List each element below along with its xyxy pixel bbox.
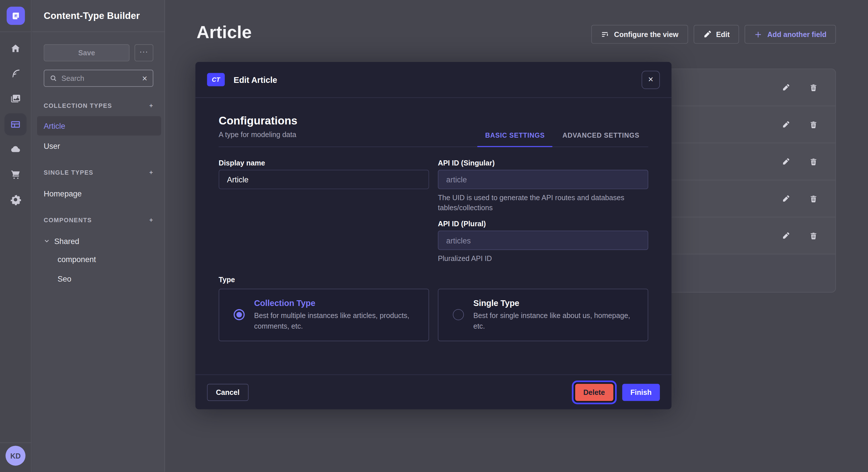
- save-button[interactable]: Save: [43, 44, 129, 61]
- search-input[interactable]: [61, 74, 137, 82]
- plugin-header: Content-Type Builder: [32, 0, 165, 32]
- page-title: Article: [197, 22, 252, 42]
- content-type-badge: CT: [207, 73, 225, 86]
- row-delete-icon[interactable]: [806, 191, 820, 206]
- row-edit-icon[interactable]: [778, 154, 793, 169]
- type-label: Type: [219, 275, 648, 283]
- more-options-button[interactable]: ···: [135, 44, 154, 61]
- radio-unselected-icon[interactable]: [453, 309, 464, 320]
- marketplace-cart-icon[interactable]: [4, 163, 26, 185]
- row-edit-icon[interactable]: [778, 117, 793, 132]
- row-edit-icon[interactable]: [778, 80, 793, 95]
- settings-gear-icon[interactable]: [4, 189, 26, 211]
- radio-selected-icon[interactable]: [234, 309, 245, 320]
- row-delete-icon[interactable]: [806, 229, 820, 243]
- strapi-logo-icon[interactable]: [7, 7, 25, 25]
- finish-button[interactable]: Finish: [622, 383, 660, 401]
- edit-button[interactable]: Edit: [693, 25, 739, 44]
- sidebar-item-user[interactable]: User: [37, 136, 161, 156]
- sidebar-item-article[interactable]: Article: [37, 116, 161, 136]
- home-icon[interactable]: [4, 38, 26, 60]
- api-id-plural-label: API ID (Plural): [438, 220, 648, 228]
- settings-tabs: BASIC SETTINGS ADVANCED SETTINGS: [476, 132, 648, 146]
- sidebar-item-component[interactable]: component: [37, 249, 161, 269]
- single-type-option[interactable]: Single Type Best for single instance lik…: [438, 289, 648, 341]
- cloud-icon[interactable]: [4, 138, 26, 160]
- sidebar-item-seo[interactable]: Seo: [37, 269, 161, 288]
- search-clear-icon[interactable]: ×: [142, 74, 147, 82]
- add-another-field-button[interactable]: Add another field: [745, 25, 836, 44]
- configure-view-icon: [601, 30, 609, 38]
- tab-basic-settings[interactable]: BASIC SETTINGS: [476, 132, 553, 146]
- row-delete-icon[interactable]: [806, 80, 820, 95]
- api-id-singular-hint: The UID is used to generate the API rout…: [438, 193, 648, 212]
- rail-header-border: [0, 32, 32, 32]
- row-delete-icon[interactable]: [806, 117, 820, 132]
- display-name-input[interactable]: [219, 170, 429, 189]
- add-component-icon[interactable]: +: [149, 217, 153, 223]
- add-collection-type-icon[interactable]: +: [149, 103, 153, 109]
- tab-advanced-settings[interactable]: ADVANCED SETTINGS: [554, 132, 648, 146]
- page: KD Content-Type Builder Save ··· × COLLE…: [0, 0, 868, 472]
- close-icon[interactable]: ×: [642, 71, 660, 89]
- row-edit-icon[interactable]: [778, 191, 793, 206]
- content-manager-icon[interactable]: [4, 63, 26, 85]
- modal-footer: Cancel Delete Finish: [195, 374, 672, 409]
- add-single-type-icon[interactable]: +: [149, 169, 153, 175]
- media-library-icon[interactable]: [4, 88, 26, 109]
- edit-article-modal: CT Edit Article × Configurations A type …: [195, 62, 672, 409]
- delete-button[interactable]: Delete: [575, 383, 613, 401]
- rail-divider: [0, 442, 32, 443]
- modal-title: Edit Article: [234, 75, 277, 84]
- row-delete-icon[interactable]: [806, 154, 820, 169]
- api-id-plural-input[interactable]: [438, 231, 648, 250]
- edit-pencil-icon: [703, 30, 711, 38]
- configure-view-button[interactable]: Configure the view: [591, 25, 688, 44]
- search-icon: [50, 74, 57, 82]
- api-id-plural-hint: Pluralized API ID: [438, 254, 648, 264]
- collection-type-option[interactable]: Collection Type Best for multiple instan…: [219, 289, 429, 341]
- sidebar-group-shared[interactable]: Shared: [37, 231, 161, 250]
- plus-icon: [754, 30, 763, 38]
- configurations-subtitle: A type for modeling data: [219, 131, 298, 139]
- plugin-title: Content-Type Builder: [43, 10, 140, 22]
- main-nav-rail: KD: [0, 0, 32, 472]
- api-id-singular-label: API ID (Singular): [438, 159, 648, 167]
- configurations-title: Configurations: [219, 114, 298, 127]
- display-name-label: Display name: [219, 159, 429, 167]
- sidebar-item-homepage[interactable]: Homepage: [37, 183, 161, 203]
- content-type-builder-icon[interactable]: [4, 113, 26, 135]
- chevron-down-icon: [43, 238, 50, 244]
- row-edit-icon[interactable]: [778, 229, 793, 243]
- section-components: COMPONENTS +: [43, 216, 153, 225]
- search-field[interactable]: ×: [43, 70, 153, 87]
- api-id-singular-input[interactable]: [438, 170, 648, 189]
- cancel-button[interactable]: Cancel: [207, 383, 248, 401]
- modal-header: CT Edit Article ×: [195, 62, 672, 98]
- section-collection-types: COLLECTION TYPES +: [43, 101, 153, 110]
- plugin-sidebar: Content-Type Builder Save ··· × COLLECTI…: [32, 0, 165, 472]
- section-single-types: SINGLE TYPES +: [43, 168, 153, 177]
- user-avatar[interactable]: KD: [5, 446, 25, 465]
